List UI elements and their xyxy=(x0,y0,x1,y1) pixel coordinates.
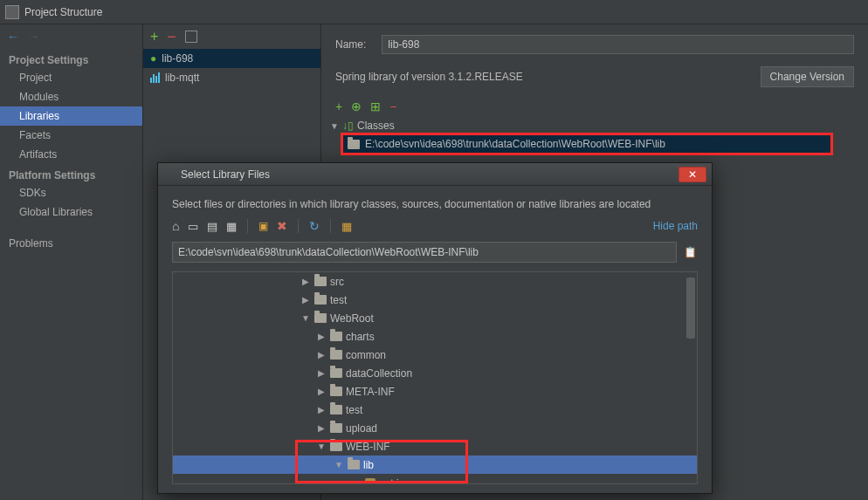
sidebar-item-artifacts[interactable]: Artifacts xyxy=(0,145,142,164)
add-library-icon[interactable]: + xyxy=(150,31,158,43)
library-item-lib-698[interactable]: ● lib-698 xyxy=(143,49,320,68)
spring-icon: ● xyxy=(150,52,156,65)
add-doc-icon[interactable]: ⊞ xyxy=(370,99,381,113)
sidebar-item-project[interactable]: Project xyxy=(0,68,142,87)
sidebar-item-modules[interactable]: Modules xyxy=(0,87,142,106)
select-library-files-dialog: Select Library Files ✕ Select files or d… xyxy=(157,162,713,494)
tree-item-label: WEB-INF xyxy=(346,441,390,453)
folder-icon xyxy=(314,295,327,305)
folder-icon xyxy=(330,350,342,360)
remove-root-icon[interactable]: − xyxy=(389,101,396,112)
tree-item-label: src xyxy=(330,276,344,288)
expand-icon[interactable]: ▶ xyxy=(316,332,327,341)
dialog-hint: Select files or directories in which lib… xyxy=(172,198,698,210)
tree-folder[interactable]: ▼WEB-INF xyxy=(173,437,697,455)
folder-icon xyxy=(330,405,342,414)
details-toolbar: + ⊕ ⊞ − xyxy=(321,96,868,117)
description-row: Spring library of version 3.1.2.RELEASE … xyxy=(321,58,868,96)
expand-icon[interactable]: ▶ xyxy=(316,387,327,396)
change-version-button[interactable]: Change Version xyxy=(761,66,854,87)
tree-item-label: ant.jar xyxy=(379,477,408,484)
dialog-titlebar[interactable]: Select Library Files ✕ xyxy=(158,163,712,186)
sidebar-item-libraries[interactable]: Libraries xyxy=(0,106,142,126)
tree-folder[interactable]: ▶src xyxy=(173,272,697,291)
dialog-toolbar: ⌂ ▭ ▤ ▦ ▣ ✖ ↻ ▦ Hide path xyxy=(172,219,698,233)
sidebar-item-problems[interactable]: Problems xyxy=(0,234,142,253)
expand-icon[interactable]: ▶ xyxy=(316,423,327,433)
classes-path: E:\code\svn\idea\698\trunk\dataCollectio… xyxy=(365,138,665,150)
expand-icon[interactable]: ▼ xyxy=(330,121,339,131)
expand-icon[interactable]: ▶ xyxy=(300,277,311,286)
folder-icon xyxy=(348,460,360,469)
tree-folder[interactable]: ▶test xyxy=(173,291,697,309)
dialog-path-row: 📋 xyxy=(172,242,698,263)
tree-folder[interactable]: ▶charts xyxy=(173,327,697,346)
tree-item-label: test xyxy=(330,294,347,306)
library-label: lib-698 xyxy=(162,52,193,65)
folder-icon xyxy=(330,368,342,378)
tree-folder[interactable]: ▶test xyxy=(173,401,697,419)
add-root-icon[interactable]: + xyxy=(335,100,342,113)
name-row: Name: xyxy=(321,24,868,58)
name-label: Name: xyxy=(335,38,366,51)
tree-item-label: WebRoot xyxy=(330,312,374,325)
path-history-icon[interactable]: 📋 xyxy=(682,243,698,262)
tree-item-label: lib xyxy=(363,459,374,471)
sidebar-item-sdks[interactable]: SDKs xyxy=(0,183,142,202)
folder-icon xyxy=(348,140,360,149)
hide-path-link[interactable]: Hide path xyxy=(653,220,698,232)
copy-library-icon[interactable] xyxy=(185,31,197,43)
file-tree[interactable]: ▶src▶test▼WebRoot▶charts▶common▶dataColl… xyxy=(172,271,698,484)
tree-folder[interactable]: ▼WebRoot xyxy=(173,309,697,327)
show-hidden-icon[interactable]: ▦ xyxy=(341,220,352,233)
tree-folder[interactable]: ▶upload xyxy=(173,419,697,437)
download-icon: ↓▯ xyxy=(342,120,354,132)
expand-icon[interactable]: ▼ xyxy=(334,460,344,469)
refresh-icon[interactable]: ↻ xyxy=(309,219,320,233)
expand-icon[interactable]: ▼ xyxy=(316,442,327,451)
dialog-title: Select Library Files xyxy=(181,168,270,181)
titlebar: Project Structure xyxy=(0,0,868,24)
window-title: Project Structure xyxy=(24,0,102,24)
add-url-icon[interactable]: ⊕ xyxy=(351,99,362,113)
tree-item-label: dataCollection xyxy=(346,367,412,380)
tree-item-label: common xyxy=(346,349,386,361)
tree-folder[interactable]: ▶dataCollection xyxy=(173,364,697,382)
library-item-lib-mqtt[interactable]: lib-mqtt xyxy=(143,68,320,87)
folder-icon xyxy=(314,313,327,323)
dialog-close-button[interactable]: ✕ xyxy=(679,167,706,182)
group-platform-settings: Platform Settings xyxy=(0,164,142,183)
group-project-settings: Project Settings xyxy=(0,49,142,68)
expand-icon[interactable]: ▶ xyxy=(300,295,311,305)
classes-node[interactable]: ▼ ↓▯ Classes xyxy=(330,117,859,134)
new-folder-icon[interactable]: ▣ xyxy=(258,220,268,232)
project-icon[interactable]: ▤ xyxy=(207,220,217,233)
expand-icon[interactable]: ▶ xyxy=(316,368,327,378)
tree-file[interactable]: ant.jar xyxy=(173,474,697,483)
nav-back-icon[interactable]: ← xyxy=(7,30,19,44)
remove-library-icon[interactable]: − xyxy=(167,31,176,42)
module-icon[interactable]: ▦ xyxy=(226,220,237,233)
separator xyxy=(298,219,299,233)
jar-icon xyxy=(365,478,375,484)
nav-forward-icon[interactable]: → xyxy=(28,30,40,44)
desktop-icon[interactable]: ▭ xyxy=(188,220,198,233)
home-icon[interactable]: ⌂ xyxy=(172,219,179,233)
expand-icon[interactable]: ▶ xyxy=(316,405,327,414)
expand-icon[interactable]: ▶ xyxy=(316,350,327,360)
sidebar-item-global-libraries[interactable]: Global Libraries xyxy=(0,202,142,222)
scroll-thumb[interactable] xyxy=(686,277,695,339)
tree-folder[interactable]: ▶META-INF xyxy=(173,382,697,401)
settings-sidebar: ← → Project Settings Project Modules Lib… xyxy=(0,24,143,500)
classes-path-row[interactable]: E:\code\svn\idea\698\trunk\dataCollectio… xyxy=(342,134,831,154)
expand-icon[interactable]: ▼ xyxy=(300,313,311,323)
tree-item-label: META-INF xyxy=(346,386,395,398)
tree-item-label: test xyxy=(346,404,362,416)
tree-folder[interactable]: ▼lib xyxy=(173,455,697,474)
tree-scrollbar[interactable] xyxy=(686,274,695,482)
sidebar-item-facets[interactable]: Facets xyxy=(0,126,142,145)
library-name-input[interactable] xyxy=(382,35,854,54)
tree-folder[interactable]: ▶common xyxy=(173,346,697,364)
path-input[interactable] xyxy=(172,242,677,263)
delete-icon[interactable]: ✖ xyxy=(277,219,287,233)
